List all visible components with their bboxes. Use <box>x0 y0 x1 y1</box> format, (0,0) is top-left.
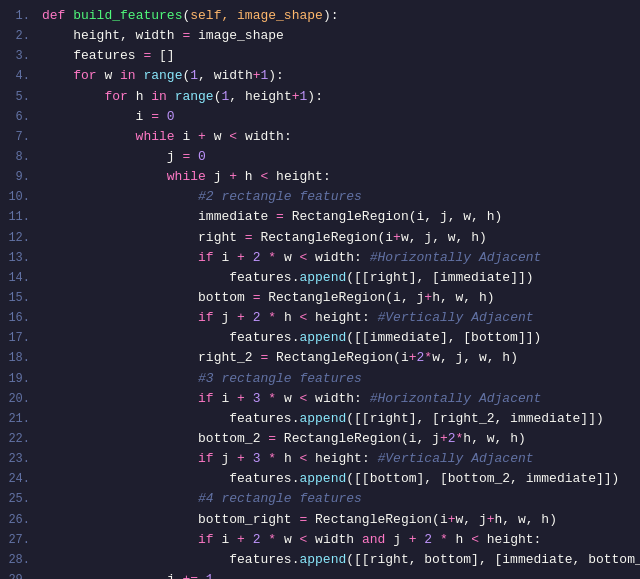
line-number: 6. <box>0 108 30 127</box>
var-token: h, w, h <box>432 290 487 305</box>
builtin-token: append <box>299 270 346 285</box>
bracket-token: ([[ <box>346 330 369 345</box>
var-token: features <box>42 270 292 285</box>
line-content: bottom_2 = RectangleRegion(i, j+2*h, w, … <box>42 429 632 449</box>
code-line: 22. bottom_2 = RectangleRegion(i, j+2*h,… <box>0 429 640 449</box>
line-content: features.append([[right, bottom], [immed… <box>42 550 640 570</box>
op-token: = <box>245 230 253 245</box>
var-token: j <box>214 169 230 184</box>
line-content: if j + 2 * h < height: #Vertically Adjac… <box>42 308 632 328</box>
op-token: * <box>268 451 284 466</box>
var-token: j <box>221 451 237 466</box>
bracket-token: ( <box>385 290 393 305</box>
var-token: i <box>42 109 151 124</box>
line-content: while j + h < height: <box>42 167 632 187</box>
var-token: right <box>370 270 409 285</box>
op-token: < <box>300 250 316 265</box>
op-token: + <box>409 350 417 365</box>
var-token: immediate, bottom_right <box>502 552 640 567</box>
kw-token: while <box>42 129 182 144</box>
line-number: 16. <box>0 309 30 328</box>
var-token: w <box>284 391 300 406</box>
line-number: 18. <box>0 349 30 368</box>
code-line: 17. features.append([[immediate], [botto… <box>0 328 640 348</box>
var-token: features <box>42 552 292 567</box>
op-token: < <box>300 391 316 406</box>
line-number: 29. <box>0 571 30 579</box>
code-line: 1.def build_features(self, image_shape): <box>0 6 640 26</box>
kw-token: if <box>42 310 221 325</box>
line-number: 20. <box>0 390 30 409</box>
builtin-token: range <box>175 89 214 104</box>
op-token: < <box>300 310 316 325</box>
line-number: 5. <box>0 88 30 107</box>
op-token: * <box>268 391 284 406</box>
number-token: 2 <box>424 532 432 547</box>
code-line: 27. if i + 2 * w < width and j + 2 * h <… <box>0 530 640 550</box>
bracket-token: ([[ <box>346 471 369 486</box>
kw-token: for <box>42 68 104 83</box>
var-token: j <box>42 572 182 579</box>
line-content: if j + 3 * h < height: #Vertically Adjac… <box>42 449 632 469</box>
builtin-token: append <box>299 330 346 345</box>
bracket-token: ]]) <box>596 471 619 486</box>
op-token: < <box>471 532 487 547</box>
code-line: 26. bottom_right = RectangleRegion(i+w, … <box>0 510 640 530</box>
line-number: 25. <box>0 490 30 509</box>
line-content: j = 0 <box>42 147 632 167</box>
code-line: 14. features.append([[right], [immediate… <box>0 268 640 288</box>
op-token: += <box>182 572 198 579</box>
bracket-token: ], [ <box>471 552 502 567</box>
line-number: 12. <box>0 229 30 248</box>
line-number: 9. <box>0 168 30 187</box>
line-number: 3. <box>0 47 30 66</box>
line-number: 26. <box>0 511 30 530</box>
code-line: 12. right = RectangleRegion(i+w, j, w, h… <box>0 228 640 248</box>
op-token: + <box>253 68 261 83</box>
var-token: bottom_2 <box>42 431 268 446</box>
var-token: bottom_2, immediate <box>448 471 596 486</box>
bracket-token: [] <box>151 48 174 63</box>
line-content: #2 rectangle features <box>42 187 632 207</box>
code-line: 5. for h in range(1, height+1): <box>0 87 640 107</box>
bracket-token: ], [ <box>440 330 471 345</box>
code-line: 8. j = 0 <box>0 147 640 167</box>
line-content: for w in range(1, width+1): <box>42 66 632 86</box>
op-token: + <box>409 532 425 547</box>
var-token: right_2, immediate <box>440 411 580 426</box>
line-content: features.append([[right], [right_2, imme… <box>42 409 632 429</box>
op-token: < <box>300 451 316 466</box>
var-token: w <box>214 129 230 144</box>
var-token: RectangleRegion <box>260 290 385 305</box>
line-number: 2. <box>0 27 30 46</box>
comment-token: #Vertically Adjacent <box>370 451 534 466</box>
op-token: + <box>292 89 300 104</box>
bracket-token: ], [ <box>409 270 440 285</box>
code-line: 28. features.append([[right, bottom], [i… <box>0 550 640 570</box>
bracket-token: ) <box>549 512 557 527</box>
code-line: 7. while i + w < width: <box>0 127 640 147</box>
code-line: 6. i = 0 <box>0 107 640 127</box>
code-line: 11. immediate = RectangleRegion(i, j, w,… <box>0 207 640 227</box>
var-token: features <box>42 471 292 486</box>
var-token: RectangleRegion <box>268 350 393 365</box>
number-token: 1 <box>198 572 214 579</box>
var-token: w <box>104 68 120 83</box>
line-content: features.append([[immediate], [bottom]]) <box>42 328 632 348</box>
number-token: 0 <box>190 149 206 164</box>
var-token: j <box>42 149 182 164</box>
var-token: width: <box>315 391 362 406</box>
var-token: j <box>393 532 409 547</box>
line-content: right_2 = RectangleRegion(i+2*w, j, w, h… <box>42 348 632 368</box>
kw-token: if <box>42 391 221 406</box>
op-token: + <box>237 451 253 466</box>
var-token: i <box>385 230 393 245</box>
op-token: < <box>229 129 237 144</box>
var-token: i <box>440 512 448 527</box>
code-line: 10. #2 rectangle features <box>0 187 640 207</box>
kw-token: if <box>42 250 221 265</box>
var-token: height, width <box>42 28 182 43</box>
var-token: width <box>315 532 362 547</box>
var-token: RectangleRegion <box>307 512 432 527</box>
comment-token: #Horizontally Adjacent <box>362 391 541 406</box>
